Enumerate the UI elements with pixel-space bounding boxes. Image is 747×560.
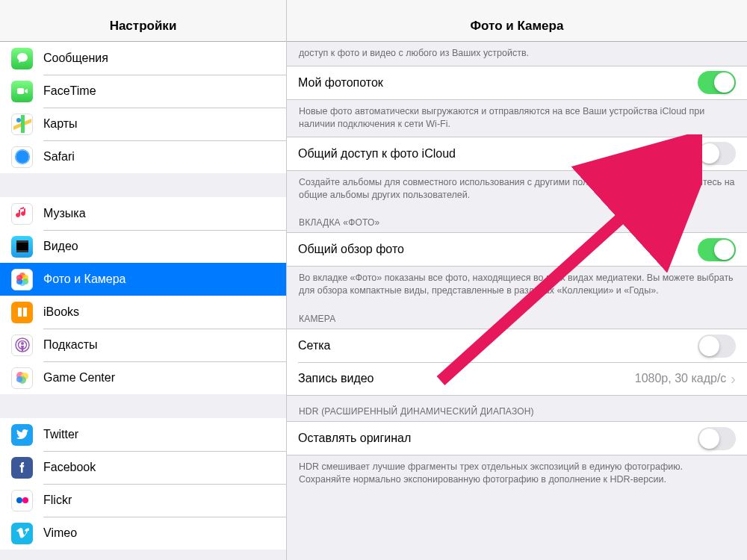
sidebar-navbar: Настройки [0, 0, 286, 42]
sidebar-item-gamecenter[interactable]: Game Center [0, 361, 286, 394]
grid-switch[interactable] [698, 335, 736, 358]
photos-icon [11, 269, 33, 290]
photo-tab-header: ВКЛАДКА «ФОТО» [287, 207, 747, 232]
chevron-right-icon: › [731, 371, 736, 386]
svg-point-21 [16, 376, 22, 382]
grid-label: Сетка [298, 339, 698, 352]
detail-pane: Фото и Камера доступ к фото и видео с лю… [287, 0, 747, 560]
sidebar-item-safari[interactable]: Safari [0, 140, 286, 173]
sidebar-item-label: iBooks [43, 305, 286, 319]
sidebar-item-vimeo[interactable]: Vimeo [0, 517, 286, 550]
keep-original-label: Оставлять оригинал [298, 432, 698, 445]
sidebar-item-label: Game Center [43, 371, 286, 385]
sidebar-item-label: Vimeo [43, 526, 286, 540]
sidebar-item-label: Facebook [43, 461, 286, 474]
svg-point-23 [22, 497, 28, 503]
video-icon [11, 236, 33, 258]
sidebar-item-twitter[interactable]: Twitter [0, 418, 286, 451]
sidebar-item-photos[interactable]: Фото и Камера [0, 263, 286, 296]
summarize-photos-footer: Во вкладке «Фото» показаны все фото, нах… [287, 267, 747, 303]
my-photostream-switch[interactable] [698, 71, 736, 94]
sidebar-item-maps[interactable]: Карты [0, 108, 286, 140]
podcasts-icon [11, 335, 33, 356]
sidebar-title: Настройки [110, 19, 177, 34]
record-video-row[interactable]: Запись видео 1080p, 30 кадр/с › [287, 362, 747, 395]
detail-navbar: Фото и Камера [287, 0, 747, 42]
svg-rect-6 [16, 243, 28, 250]
sidebar-item-label: Карты [43, 117, 286, 131]
detail-title: Фото и Камера [471, 19, 564, 34]
summarize-photos-label: Общий обзор фото [298, 243, 698, 256]
svg-point-3 [15, 149, 30, 164]
facebook-icon [11, 457, 33, 479]
sidebar-item-music[interactable]: Музыка [0, 197, 286, 230]
facetime-icon [11, 81, 33, 102]
my-photostream-label: Мой фотопоток [298, 76, 698, 90]
keep-original-switch[interactable] [698, 427, 736, 450]
camera-header: КАМЕРА [287, 303, 747, 329]
icloud-sharing-label: Общий доступ к фото iCloud [298, 147, 698, 161]
sidebar-item-label: Музыка [43, 207, 286, 220]
icloud-sharing-switch[interactable] [698, 142, 736, 165]
sidebar-item-label: Twitter [43, 428, 286, 441]
twitter-icon [11, 424, 33, 446]
icloud-photolib-footer: доступ к фото и видео с любого из Ваших … [287, 42, 747, 66]
gamecenter-icon [11, 367, 33, 389]
sidebar-item-label: Видео [43, 240, 286, 253]
sidebar-item-flickr[interactable]: Flickr [0, 484, 286, 517]
vimeo-icon [11, 523, 33, 544]
maps-icon [11, 113, 33, 135]
flickr-icon [11, 490, 33, 511]
summarize-photos-switch[interactable] [698, 238, 736, 261]
sidebar: Настройки СообщенияFaceTimeКартыSafari М… [0, 0, 287, 560]
sidebar-item-facebook[interactable]: Facebook [0, 451, 286, 484]
svg-point-22 [16, 497, 22, 503]
sidebar-item-label: Подкасты [43, 338, 286, 352]
safari-icon [11, 146, 33, 168]
sidebar-item-ibooks[interactable]: iBooks [0, 296, 286, 329]
summarize-photos-row[interactable]: Общий обзор фото [287, 233, 747, 266]
svg-rect-7 [16, 240, 28, 243]
sidebar-item-label: Flickr [43, 494, 286, 507]
svg-rect-0 [17, 88, 24, 94]
sidebar-item-podcasts[interactable]: Подкасты [0, 329, 286, 361]
grid-row[interactable]: Сетка [287, 329, 747, 362]
sidebar-item-video[interactable]: Видео [0, 230, 286, 263]
svg-point-14 [16, 275, 22, 281]
my-photostream-row[interactable]: Мой фотопоток [287, 66, 747, 99]
music-icon [11, 203, 33, 225]
messages-icon [11, 48, 33, 69]
svg-point-17 [21, 342, 24, 345]
ibooks-icon [11, 302, 33, 323]
sidebar-item-messages[interactable]: Сообщения [0, 42, 286, 75]
hdr-footer: HDR смешивает лучшие фрагменты трех отде… [287, 455, 747, 492]
sidebar-item-label: FaceTime [43, 84, 286, 98]
sidebar-item-facetime[interactable]: FaceTime [0, 75, 286, 108]
svg-rect-8 [16, 250, 28, 252]
keep-original-row[interactable]: Оставлять оригинал [287, 422, 747, 455]
sidebar-item-label: Сообщения [43, 52, 286, 65]
hdr-header: HDR (РАСШИРЕННЫЙ ДИНАМИЧЕСКИЙ ДИАПАЗОН) [287, 396, 747, 421]
icloud-sharing-row[interactable]: Общий доступ к фото iCloud [287, 137, 747, 170]
svg-point-2 [16, 118, 21, 122]
icloud-sharing-footer: Создайте альбомы для совместного использ… [287, 171, 747, 208]
sidebar-item-label: Safari [43, 150, 286, 164]
record-video-value: 1080p, 30 кадр/с [635, 372, 727, 385]
photostream-footer: Новые фото автоматически выгружаются и о… [287, 100, 747, 137]
sidebar-item-label: Фото и Камера [43, 273, 286, 286]
record-video-label: Запись видео [298, 372, 635, 385]
